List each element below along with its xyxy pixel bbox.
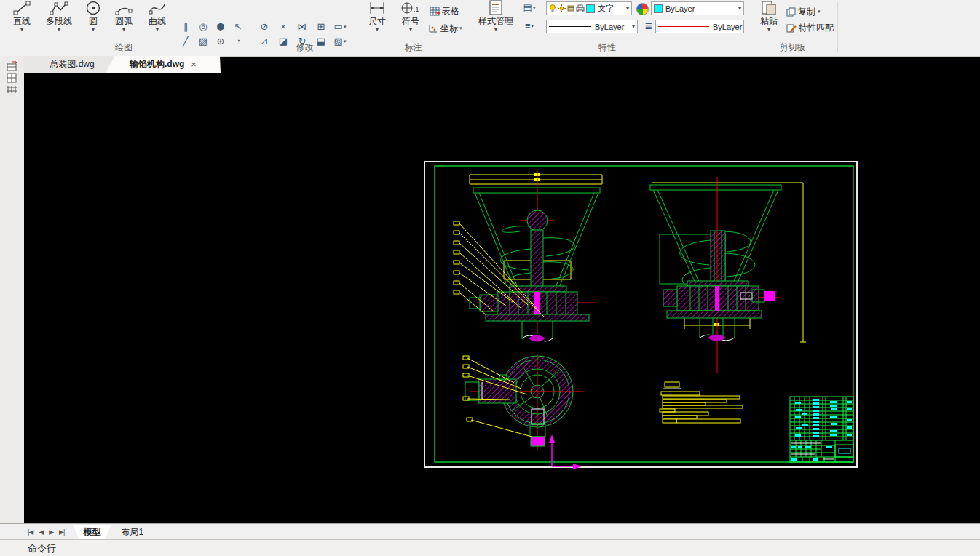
color-wheel-icon[interactable] (636, 3, 649, 15)
line-label: 直线 (13, 16, 31, 26)
construction-line-icon[interactable]: ∥ (178, 20, 194, 33)
block-icon[interactable]: ⬢ (213, 20, 229, 33)
layer-name-value: 文字 (598, 3, 614, 14)
fillet-icon[interactable]: ⊞ (313, 20, 329, 33)
layer-lock-icon (567, 4, 574, 12)
nav-prev-button[interactable]: ◀ (39, 528, 43, 536)
ucs-icon (549, 434, 582, 469)
curve-label: 曲线 (149, 16, 166, 26)
circle-icon (85, 0, 101, 15)
line-button[interactable]: 直线 ▾ (6, 0, 38, 39)
explode-icon[interactable]: × (275, 20, 291, 33)
chevron-down-icon: ▾ (92, 26, 95, 33)
tool-palette-icon[interactable] (6, 73, 19, 84)
circle-label: 圆 (89, 16, 98, 26)
lineweight-icon[interactable]: ≣ (641, 20, 657, 33)
mirror-icon[interactable]: ⋈ (294, 20, 310, 33)
color-select[interactable]: ByLayer ▾ (651, 1, 744, 15)
side-toolbar (0, 56, 24, 523)
arc-label: 圆弧 (115, 16, 133, 26)
front-view-right (650, 177, 806, 373)
paste-icon (761, 0, 777, 15)
curve-button[interactable]: 曲线 ▾ (141, 0, 173, 39)
style-manager-button[interactable]: 样式管理 ▾ (473, 0, 518, 39)
lineweight-sample (658, 26, 709, 27)
doc-tab-filling-mechanism[interactable]: 输馅机构.dwg × (106, 56, 221, 73)
layer-plot-icon (576, 4, 585, 12)
lineweight-select[interactable]: ByLayer ▾ (655, 20, 744, 33)
tab-model[interactable]: 模型 (73, 525, 111, 540)
match-properties-icon (786, 23, 797, 33)
panel-label-draw: 绘图 (44, 41, 204, 54)
layer-on-icon (549, 4, 556, 13)
command-line-panel[interactable]: 命令行 (0, 539, 980, 556)
doc-tab-label: 总装图.dwg (50, 58, 94, 71)
symbol-label: 符号 (402, 16, 419, 26)
current-color-swatch (654, 4, 663, 13)
array-icon[interactable]: ▭▾ (332, 20, 348, 33)
notes-block (660, 382, 743, 423)
panel-label-properties: 特性 (467, 41, 748, 54)
panel-label-clipboard: 剪切板 (748, 41, 837, 54)
chevron-down-icon: ▾ (494, 26, 497, 33)
document-tab-bar: 总装图.dwg 输馅机构.dwg × (24, 56, 208, 73)
close-icon[interactable]: × (191, 60, 197, 69)
chevron-down-icon: ▾ (630, 23, 635, 30)
match-properties-label: 特性匹配 (799, 22, 834, 34)
drawing-canvas[interactable] (24, 56, 980, 523)
linetype-sample (549, 26, 591, 27)
circle-button[interactable]: 圆 ▾ (80, 0, 106, 39)
layout-tab-bar: |◀ ◀ ▶ ▶| 模型 布局1 (0, 523, 980, 540)
wipeout-icon[interactable]: ◔ (230, 35, 246, 48)
nav-next-button[interactable]: ▶ (49, 528, 53, 536)
linetype-manager-icon[interactable]: ≡▾ (521, 20, 537, 33)
panel-divider (837, 2, 838, 52)
copy-icon (786, 7, 796, 17)
chevron-down-icon: ▾ (742, 23, 744, 30)
layer-tools-icon[interactable]: ▤▾ (521, 1, 537, 15)
polyline-button[interactable]: 多段线 ▾ (39, 0, 79, 39)
erase-icon[interactable]: ⊘ (256, 20, 272, 33)
layer-tools-glyph: ▤ (523, 2, 532, 14)
nav-first-button[interactable]: |◀ (28, 528, 33, 536)
point-icon[interactable]: ⊕ (213, 35, 229, 48)
paste-button[interactable]: 粘贴 ▾ (754, 0, 783, 39)
match-properties-button[interactable]: 特性匹配 (786, 21, 834, 34)
front-view-left (454, 170, 602, 342)
dimension-icon (368, 0, 386, 15)
nav-last-button[interactable]: ▶| (59, 528, 64, 536)
svg-text:.1: .1 (414, 6, 419, 13)
tab-layout1[interactable]: 布局1 (111, 525, 154, 539)
chevron-down-icon: ▾ (58, 26, 60, 33)
curve-icon (149, 0, 166, 15)
coordinate-button[interactable]: 坐标 ▾ (428, 22, 462, 35)
coordinate-icon (428, 24, 438, 33)
chevron-down-icon: ▾ (532, 20, 534, 32)
panel-label-modify: 修改 (250, 41, 360, 54)
layer-select[interactable]: 文字 ▾ (546, 1, 632, 15)
block-panel-icon[interactable] (6, 84, 19, 95)
chevron-down-icon: ▾ (122, 26, 125, 33)
doc-tab-assembly[interactable]: 总装图.dwg (28, 56, 116, 73)
linetype-select[interactable]: ByLayer ▾ (546, 20, 638, 33)
chevron-down-icon: ▾ (344, 21, 347, 33)
dimension-button[interactable]: 尺寸 ▾ (363, 0, 392, 39)
table-icon (430, 7, 440, 16)
symbol-button[interactable]: .1 符号 ▾ (396, 0, 425, 39)
title-block (790, 397, 853, 462)
sheet-set-icon[interactable] (6, 61, 19, 72)
region-icon[interactable]: ◎ (195, 20, 211, 33)
linetype-glyph: ≡ (525, 20, 531, 32)
copy-button[interactable]: 复制 ▾ (786, 5, 821, 18)
table-button[interactable]: 表格 (430, 4, 459, 17)
select-arrow-icon[interactable]: ↖ (230, 20, 246, 33)
layer-color-swatch (586, 4, 595, 13)
doc-tab-label: 输馅机构.dwg (130, 58, 184, 71)
ribbon: 直线 ▾ 多段线 ▾ 圆 ▾ 圆弧 ▾ 曲线 ▾ ∥ ◎ ⬢ ↖ ╱ ▨ ⊕ ◔… (0, 0, 980, 57)
polyline-icon (50, 0, 68, 15)
tab-layout1-label: 布局1 (121, 526, 143, 539)
style-manager-label: 样式管理 (478, 16, 513, 26)
polyline-label: 多段线 (46, 16, 72, 26)
chevron-down-icon: ▾ (376, 26, 379, 33)
arc-button[interactable]: 圆弧 ▾ (108, 0, 140, 39)
